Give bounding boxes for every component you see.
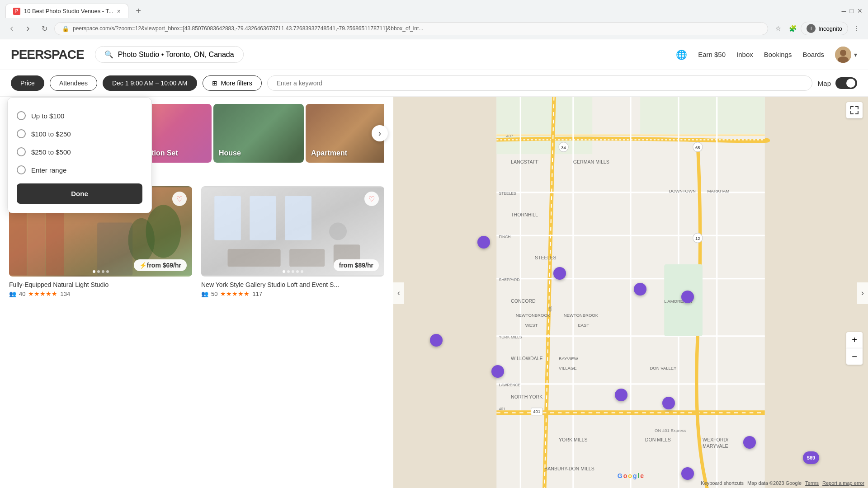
- incognito-profile[interactable]: I Incognito: [801, 22, 848, 35]
- radio-250-500[interactable]: [17, 147, 26, 156]
- listing-price-badge-1: ⚡from $69/hr: [134, 259, 187, 271]
- svg-text:34: 34: [561, 145, 566, 150]
- keyword-input[interactable]: [267, 75, 812, 91]
- map-pin-2[interactable]: [553, 267, 566, 280]
- price-option-4[interactable]: Enter range: [17, 161, 142, 179]
- more-options-icon[interactable]: ⋮: [850, 22, 863, 35]
- svg-point-1: [840, 50, 846, 56]
- listing-heart-1[interactable]: ♡: [172, 192, 187, 206]
- browser-titlebar: P 10 Best Photo Studio Venues - T... × +…: [0, 0, 868, 18]
- extension-icon[interactable]: 🧩: [786, 22, 799, 35]
- user-menu[interactable]: ▾: [835, 47, 857, 63]
- review-count-1: 134: [60, 291, 70, 297]
- dot-1-1: [93, 270, 95, 273]
- svg-text:LANGSTAFF: LANGSTAFF: [511, 159, 539, 164]
- zoom-in-button[interactable]: +: [846, 332, 863, 348]
- radio-up-to-100[interactable]: [17, 111, 26, 120]
- map-pin-1[interactable]: [477, 236, 490, 249]
- map-toggle[interactable]: [835, 77, 857, 89]
- map-pin-7[interactable]: [615, 389, 627, 401]
- tab-close-button[interactable]: ×: [117, 8, 121, 15]
- category-card-house[interactable]: House: [213, 104, 304, 163]
- svg-text:VILLAGE: VILLAGE: [559, 366, 577, 371]
- back-button[interactable]: ‹: [5, 22, 18, 35]
- forward-button[interactable]: ›: [22, 22, 34, 35]
- search-bar[interactable]: 🔍 Photo Studio • Toronto, ON, Canada: [95, 46, 244, 63]
- svg-text:STEELES: STEELES: [535, 255, 557, 260]
- listing-title-1: Fully-Equipped Natural Light Studio: [9, 281, 192, 288]
- more-filters-button[interactable]: ⊞ More filters: [203, 75, 262, 91]
- url-text: peerspace.com/s/?zoom=12&viewport_bbox=[…: [73, 25, 423, 32]
- bookings-link[interactable]: Bookings: [764, 51, 792, 58]
- tab-favicon: P: [13, 8, 20, 15]
- report-error-link[interactable]: Report a map error: [822, 480, 864, 486]
- boards-link[interactable]: Boards: [802, 51, 824, 58]
- zoom-out-button[interactable]: −: [846, 348, 863, 365]
- map-scroll-right[interactable]: ›: [857, 282, 868, 304]
- listing-card-2[interactable]: ♡ from $89/hr New York Style Gallery Stu…: [201, 186, 384, 299]
- map-pin-3[interactable]: [634, 283, 646, 296]
- svg-text:WEST: WEST: [525, 323, 538, 328]
- svg-rect-19: [496, 97, 592, 154]
- attendee-icon-2: 👥: [201, 291, 208, 297]
- dot-2-1: [283, 270, 285, 273]
- svg-rect-14: [228, 249, 281, 267]
- svg-text:STEELES: STEELES: [499, 191, 516, 196]
- svg-text:NEWTONBROOK: NEWTONBROOK: [564, 313, 599, 318]
- map-pin-11[interactable]: [681, 467, 694, 480]
- map-pin-4[interactable]: [681, 291, 694, 303]
- map-pin-10[interactable]: $69: [803, 451, 819, 464]
- search-text: Photo Studio • Toronto, ON, Canada: [118, 51, 234, 59]
- inbox-link[interactable]: Inbox: [736, 51, 753, 58]
- price-filter-button[interactable]: Price: [11, 75, 44, 91]
- date-filter-button[interactable]: Dec 1 9:00 AM – 10:00 AM: [103, 75, 197, 91]
- new-tab-button[interactable]: +: [132, 5, 145, 17]
- minimize-button[interactable]: –: [842, 6, 846, 16]
- map-pin-5[interactable]: [430, 334, 443, 347]
- earn-link[interactable]: Earn $50: [698, 51, 726, 58]
- scroll-right-button[interactable]: ›: [372, 125, 388, 141]
- listing-heart-2[interactable]: ♡: [364, 192, 379, 206]
- price-option-3[interactable]: $250 to $500: [17, 143, 142, 161]
- listing-meta-2: 👥 50 ★★★★★ 117: [201, 290, 384, 297]
- radio-enter-range[interactable]: [17, 165, 26, 174]
- map-scroll-left[interactable]: ‹: [393, 282, 404, 304]
- price-label-4: Enter range: [31, 166, 66, 174]
- stars-2: ★★★★★: [220, 290, 250, 297]
- svg-text:400: 400: [548, 305, 552, 312]
- browser-nav-icons: ☆ 🧩 I Incognito ⋮: [772, 22, 863, 35]
- done-button[interactable]: Done: [17, 183, 142, 204]
- attendee-icon-1: 👥: [9, 291, 16, 297]
- dot-2-5: [301, 270, 303, 273]
- listing-dots-1: [93, 270, 109, 273]
- attendees-filter-button[interactable]: Attendees: [50, 75, 97, 91]
- price-option-1[interactable]: Up to $100: [17, 107, 142, 125]
- bookmark-icon[interactable]: ☆: [772, 22, 784, 35]
- radio-100-250[interactable]: [17, 129, 26, 138]
- keyboard-shortcuts[interactable]: Keyboard shortcuts: [701, 480, 744, 486]
- svg-text:401: 401: [533, 409, 540, 414]
- map-pin-8[interactable]: [662, 397, 675, 409]
- svg-rect-15: [289, 249, 325, 267]
- svg-text:CONCORD: CONCORD: [511, 298, 536, 304]
- map-pin-9[interactable]: [743, 436, 756, 449]
- browser-tab[interactable]: P 10 Best Photo Studio Venues - T... ×: [5, 4, 128, 18]
- svg-text:WILLOWDALE: WILLOWDALE: [511, 356, 543, 361]
- peerspace-logo[interactable]: PEERSPACE: [11, 47, 84, 62]
- svg-text:DON VALLEY: DON VALLEY: [650, 366, 677, 371]
- map-container[interactable]: 407 400 STEELES FINCH SHEPPARD YORK MILL…: [393, 97, 868, 488]
- svg-text:401: 401: [499, 407, 505, 411]
- svg-text:407: 407: [506, 133, 513, 138]
- reload-button[interactable]: ↻: [38, 22, 51, 35]
- svg-text:MARKHAM: MARKHAM: [708, 188, 730, 193]
- price-option-2[interactable]: $100 to $250: [17, 125, 142, 143]
- map-pin-6[interactable]: [491, 365, 504, 378]
- svg-text:12: 12: [695, 236, 700, 241]
- terms-link[interactable]: Terms: [805, 480, 819, 486]
- price-label-2: $100 to $250: [31, 130, 71, 138]
- globe-icon[interactable]: 🌐: [676, 49, 687, 60]
- restore-button[interactable]: □: [850, 7, 854, 14]
- close-window-button[interactable]: ✕: [857, 7, 863, 14]
- address-bar[interactable]: 🔒 peerspace.com/s/?zoom=12&viewport_bbox…: [54, 22, 768, 35]
- fullscreen-button[interactable]: [846, 102, 863, 118]
